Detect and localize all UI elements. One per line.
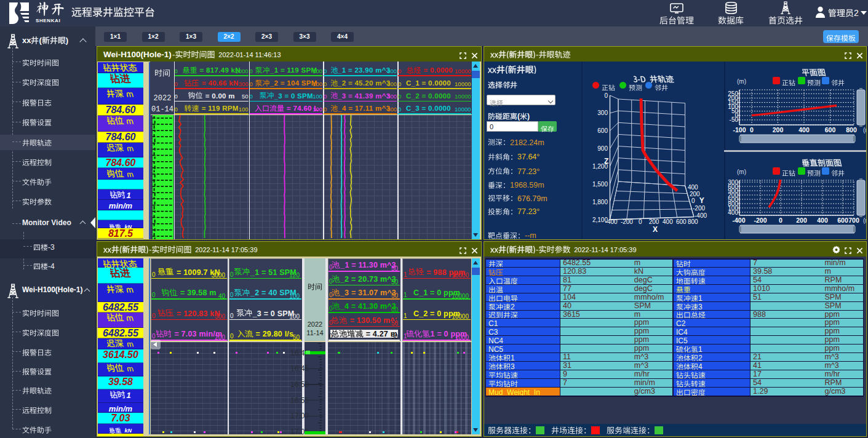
svg-text:0: 0: [750, 126, 754, 133]
svg-text:Y: Y: [699, 196, 704, 205]
svg-text:400: 400: [688, 184, 698, 191]
svg-text:Z: Z: [604, 157, 608, 165]
svg-text:1,500: 1,500: [592, 181, 608, 188]
svg-text:0: 0: [604, 92, 608, 99]
svg-text:700: 700: [848, 217, 859, 224]
svg-text:-400: -400: [695, 212, 707, 219]
svg-text:600: 600: [825, 126, 836, 133]
svg-text:900: 900: [597, 145, 608, 152]
svg-text:-200: -200: [754, 217, 766, 224]
svg-text:1,800: 1,800: [592, 199, 608, 205]
svg-text:-400: -400: [605, 218, 618, 225]
svg-text:(m): (m): [737, 169, 746, 175]
svg-text:-400: -400: [732, 217, 745, 224]
svg-text:(m): (m): [863, 217, 867, 224]
svg-text:300: 300: [597, 110, 608, 116]
svg-text:600: 600: [676, 218, 687, 225]
svg-text:0: 0: [639, 218, 642, 225]
svg-text:400: 400: [798, 126, 810, 133]
svg-text:200: 200: [773, 126, 784, 133]
svg-text:X: X: [653, 225, 658, 234]
svg-text:800: 800: [846, 126, 857, 133]
svg-text:(m): (m): [863, 127, 867, 133]
svg-text:200: 200: [690, 191, 700, 197]
svg-text:0: 0: [691, 197, 695, 204]
svg-text:-200: -200: [621, 218, 633, 225]
svg-text:(m): (m): [737, 78, 746, 85]
svg-text:400: 400: [817, 217, 828, 224]
svg-text:200: 200: [796, 217, 807, 224]
svg-text:400: 400: [663, 218, 673, 225]
svg-text:400: 400: [728, 209, 738, 216]
svg-text:-100: -100: [733, 126, 746, 133]
svg-text:-200: -200: [693, 205, 705, 212]
svg-text:600: 600: [597, 127, 608, 134]
svg-text:800: 800: [688, 218, 698, 225]
svg-text:200: 200: [649, 218, 659, 225]
svg-text:600: 600: [837, 217, 848, 224]
svg-text:0: 0: [779, 217, 782, 224]
